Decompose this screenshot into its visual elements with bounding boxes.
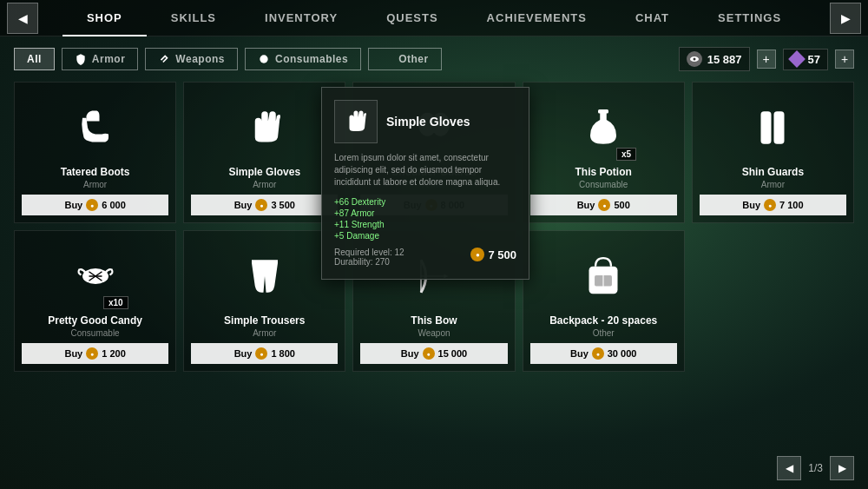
- tooltip-stat-4: +5 Damage: [334, 231, 516, 241]
- item-icon-shinguards: [738, 93, 807, 162]
- buy-backpack-button[interactable]: Buy ● 30 000: [530, 343, 677, 364]
- tooltip-title: Simple Gloves: [386, 115, 470, 129]
- item-shin-guards[interactable]: Shin Guards Armor Buy ● 7 100: [692, 82, 854, 223]
- potion-badge: x5: [616, 148, 636, 161]
- tab-settings[interactable]: SETTINGS: [694, 0, 806, 36]
- svg-point-0: [260, 55, 267, 63]
- tooltip-header: Simple Gloves: [334, 100, 516, 143]
- pagination: ◀ 1/3 ▶: [777, 456, 854, 480]
- coins-value: 15 887: [707, 53, 742, 66]
- buy-gloves-button[interactable]: Buy ● 3 500: [191, 195, 338, 215]
- add-coins-button[interactable]: +: [757, 50, 776, 69]
- nav-tabs: SHOP SKILLS INVENTORY QUESTS ACHIEVEMENT…: [62, 0, 806, 36]
- item-type-shinguards: Armor: [761, 180, 785, 189]
- tooltip-requirements: Required level: 12 Durability: 270: [334, 248, 404, 267]
- item-tooltip: Simple Gloves Lorem ipsum dolor sit amet…: [321, 87, 529, 280]
- item-name-potion: This Potion: [575, 166, 632, 178]
- item-icon-potion: x5: [569, 93, 638, 162]
- buy-bow-button[interactable]: Buy ● 15 000: [360, 343, 507, 364]
- svg-rect-8: [774, 111, 785, 144]
- tooltip-price-value: 7 500: [488, 248, 516, 261]
- buy-coin-icon6: ●: [86, 347, 98, 360]
- buy-coin-icon9: ●: [592, 347, 604, 360]
- tab-shop[interactable]: SHOP: [62, 0, 147, 36]
- tab-chat[interactable]: CHAT: [611, 0, 694, 36]
- filter-armor-button[interactable]: Armor: [62, 48, 139, 70]
- tab-quests[interactable]: QUESTS: [362, 0, 462, 36]
- tooltip-req-level: Required level: 12: [334, 248, 404, 257]
- gems-value: 57: [808, 53, 820, 66]
- item-type-potion: Consumable: [579, 180, 628, 189]
- filter-other-button[interactable]: Other: [368, 48, 442, 70]
- item-type-bow: Weapon: [418, 328, 450, 338]
- buy-coin-icon5: ●: [764, 199, 776, 211]
- item-type-candy: Consumable: [71, 328, 120, 338]
- gems-display: 57: [783, 49, 828, 70]
- nav-prev-button[interactable]: ◀: [7, 3, 38, 34]
- item-icon-trousers: [230, 241, 299, 311]
- coins-display: 15 887: [679, 47, 750, 71]
- item-this-potion[interactable]: x5 This Potion Consumable Buy ● 500: [523, 82, 685, 223]
- item-type-trousers: Armor: [253, 328, 276, 338]
- filter-bar: All Armor Weapons Consumables Other 15 8…: [0, 36, 868, 82]
- buy-candy-button[interactable]: Buy ● 1 200: [22, 343, 168, 364]
- tab-skills[interactable]: SKILLS: [147, 0, 240, 36]
- item-type-boots: Armor: [83, 180, 107, 189]
- item-icon-boots: [61, 93, 130, 162]
- page-info: 1/3: [808, 462, 823, 474]
- filter-buttons: All Armor Weapons Consumables Other: [14, 48, 442, 70]
- item-name-boots: Tatered Boots: [61, 166, 130, 178]
- tooltip-stat-3: +11 Strength: [334, 220, 516, 229]
- item-type-gloves: Armor: [253, 180, 276, 189]
- item-candy[interactable]: x10 Pretty Good Candy Consumable Buy ● 1…: [14, 230, 176, 372]
- item-name-backpack: Backpack - 20 spaces: [549, 314, 657, 327]
- coins-icon: [687, 51, 702, 67]
- buy-coin-icon7: ●: [255, 347, 267, 360]
- item-icon-gloves: [230, 93, 299, 162]
- buy-boots-button[interactable]: Buy ● 6 000: [22, 195, 168, 215]
- buy-shinguards-button[interactable]: Buy ● 7 100: [700, 195, 846, 215]
- item-icon-candy: x10: [61, 241, 130, 311]
- filter-all-button[interactable]: All: [14, 48, 55, 70]
- item-backpack[interactable]: Backpack - 20 spaces Other Buy ● 30 000: [523, 230, 685, 372]
- tooltip-durability: Durability: 270: [334, 257, 404, 267]
- tab-inventory[interactable]: INVENTORY: [240, 0, 362, 36]
- svg-point-2: [693, 58, 695, 61]
- item-name-candy: Pretty Good Candy: [48, 314, 142, 327]
- page-next-button[interactable]: ▶: [830, 456, 854, 480]
- tooltip-meta: Required level: 12 Durability: 270 ● 7 5…: [334, 248, 516, 267]
- tooltip-description: Lorem ipsum dolor sit amet, consectetur …: [334, 152, 516, 188]
- filter-consumables-button[interactable]: Consumables: [245, 48, 361, 70]
- item-name-trousers: Simple Trousers: [224, 314, 305, 327]
- item-name-gloves: Simple Gloves: [228, 166, 300, 178]
- buy-coin-icon: ●: [86, 199, 98, 211]
- tooltip-price-icon: ●: [470, 248, 484, 261]
- svg-rect-7: [761, 111, 772, 144]
- currency-display: 15 887 + 57 +: [679, 47, 854, 71]
- page-prev-button[interactable]: ◀: [777, 456, 801, 480]
- buy-coin-icon8: ●: [423, 347, 435, 360]
- tooltip-stats: +66 Dexterity +87 Armor +11 Strength +5 …: [334, 197, 516, 241]
- item-type-backpack: Other: [593, 328, 615, 338]
- add-gems-button[interactable]: +: [835, 50, 854, 69]
- tooltip-stat-2: +87 Armor: [334, 208, 516, 218]
- item-name-shinguards: Shin Guards: [742, 166, 804, 178]
- gems-icon: [788, 50, 806, 68]
- buy-potion-button[interactable]: Buy ● 500: [530, 195, 677, 215]
- tooltip-item-icon: [334, 100, 378, 143]
- tab-achievements[interactable]: ACHIEVEMENTS: [463, 0, 611, 36]
- buy-trousers-button[interactable]: Buy ● 1 800: [191, 343, 338, 364]
- item-tatered-boots[interactable]: Tatered Boots Armor Buy ● 6 000: [14, 82, 176, 223]
- tooltip-price: ● 7 500: [470, 248, 516, 261]
- top-navigation: ◀ SHOP SKILLS INVENTORY QUESTS ACHIEVEME…: [0, 0, 868, 36]
- nav-next-button[interactable]: ▶: [830, 3, 861, 34]
- filter-weapons-button[interactable]: Weapons: [145, 48, 238, 70]
- item-name-bow: This Bow: [411, 314, 457, 327]
- buy-coin-icon4: ●: [598, 199, 610, 211]
- item-icon-backpack: [569, 241, 638, 311]
- svg-rect-6: [598, 109, 608, 114]
- tooltip-stat-1: +66 Dexterity: [334, 197, 516, 207]
- candy-badge: x10: [103, 296, 128, 309]
- buy-coin-icon2: ●: [255, 199, 267, 211]
